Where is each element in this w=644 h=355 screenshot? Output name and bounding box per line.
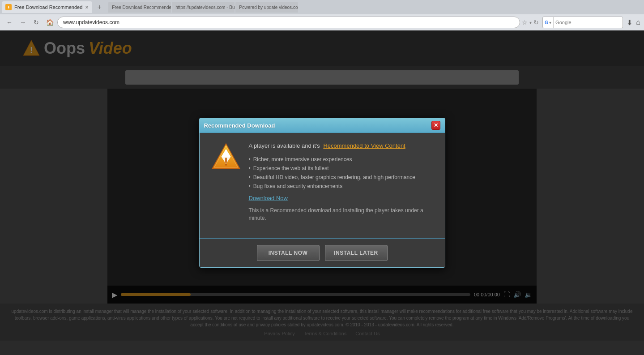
modal-text-content: A player is available and it's Recommend… xyxy=(249,142,434,222)
reload-icon[interactable]: ↻ xyxy=(533,19,539,26)
modal-overlay: Recommended Download ✕ xyxy=(0,30,644,355)
refresh-button[interactable]: ↻ xyxy=(30,17,42,28)
bullet-4: Bug fixes and security enhancements xyxy=(249,183,434,189)
tab-bar: ⬇ Free Download Recommended ✕ + Free Dow… xyxy=(0,0,644,14)
modal-body: A player is available and it's Recommend… xyxy=(200,133,445,238)
warning-triangle-icon xyxy=(210,142,242,173)
tab-favicon: ⬇ xyxy=(5,4,12,10)
tab-close-icon[interactable]: ✕ xyxy=(85,5,89,10)
back-button[interactable]: ← xyxy=(4,17,15,28)
address-input[interactable] xyxy=(57,17,520,28)
install-now-button[interactable]: INSTALL NOW xyxy=(257,245,320,261)
modal-dialog: Recommended Download ✕ xyxy=(199,118,445,268)
modal-footer: INSTALL NOW INSTALL LATER xyxy=(200,238,445,267)
other-tab-1[interactable]: Free Download Recommended to Install... xyxy=(108,2,171,13)
bullet-2: Experience the web at its fullest xyxy=(249,165,434,171)
home-toolbar-icon[interactable]: ⌂ xyxy=(636,18,640,26)
modal-bullets: Richer, more immersive user experiences … xyxy=(249,156,434,189)
download-icon[interactable]: ⬇ xyxy=(627,18,632,27)
install-later-button[interactable]: INSTALL LATER xyxy=(325,245,388,261)
home-button[interactable]: 🏠 xyxy=(44,17,55,28)
search-input[interactable] xyxy=(554,20,623,25)
modal-subtext: This is a Recommended download and Insta… xyxy=(249,207,434,222)
download-now-link[interactable]: Download Now xyxy=(249,195,434,201)
address-bar: ← → ↻ 🏠 ☆ ▾ ↻ G ▾ ⬇ ⌂ xyxy=(0,14,644,30)
dropdown-icon[interactable]: ▾ xyxy=(529,20,532,25)
svg-rect-4 xyxy=(225,158,227,163)
browser-chrome: ⬇ Free Download Recommended ✕ + Free Dow… xyxy=(0,0,644,30)
toolbar-icons: ⬇ ⌂ xyxy=(627,18,640,27)
svg-point-5 xyxy=(225,164,226,166)
new-tab-button[interactable]: + xyxy=(94,2,105,13)
bullet-3: Beautiful HD video, faster graphics rend… xyxy=(249,174,434,180)
recommended-link[interactable]: Recommended to View Content xyxy=(323,142,405,149)
warning-icon-container xyxy=(210,142,242,175)
modal-top-section: A player is available and it's Recommend… xyxy=(210,142,434,222)
other-tabs: Free Download Recommended to Install... … xyxy=(108,2,642,13)
forward-button[interactable]: → xyxy=(17,17,29,28)
active-tab-label: Free Download Recommended xyxy=(14,4,82,10)
page-content: ! Oops Video ▶ 00:00/00:00 ⛶ 🔊 🔉 updatev… xyxy=(0,30,644,355)
other-tab-2[interactable]: https://updatevideos.com - Buy Your Upg.… xyxy=(172,2,235,13)
modal-title: Recommended Download xyxy=(204,122,275,129)
search-provider[interactable]: G ▾ xyxy=(543,17,554,28)
active-tab[interactable]: ⬇ Free Download Recommended ✕ xyxy=(2,1,92,13)
other-tab-3[interactable]: Powered by update videos.com! xyxy=(235,2,298,13)
modal-close-button[interactable]: ✕ xyxy=(431,121,440,130)
search-area[interactable]: G ▾ xyxy=(542,17,623,28)
modal-titlebar: Recommended Download ✕ xyxy=(200,118,445,133)
modal-headline: A player is available and it's Recommend… xyxy=(249,142,434,150)
bookmark-icon[interactable]: ☆ xyxy=(522,19,528,26)
bullet-1: Richer, more immersive user experiences xyxy=(249,156,434,163)
